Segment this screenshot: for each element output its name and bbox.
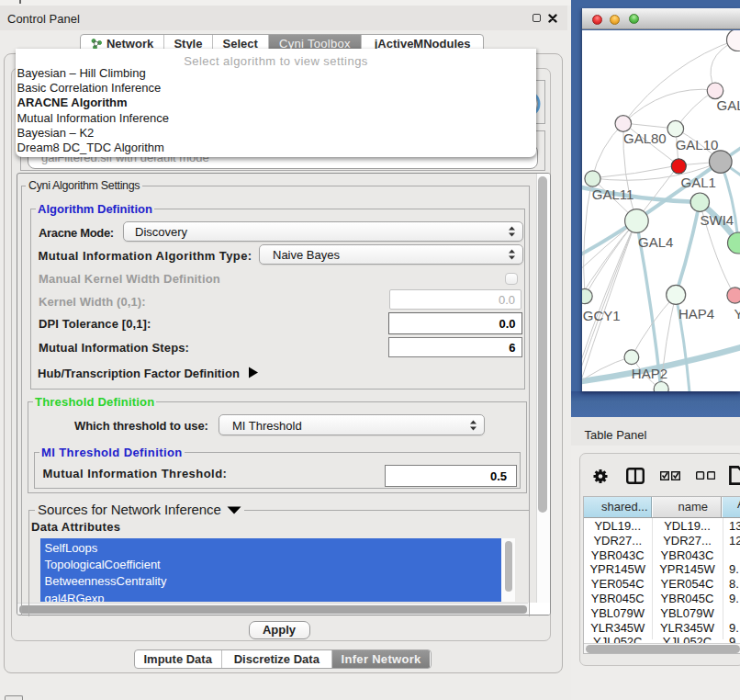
svg-text:GAL10: GAL10 [676,137,719,152]
svg-text:GCY1: GCY1 [583,307,621,322]
svg-text:HAP4: HAP4 [678,306,714,322]
svg-text:GAL7: GAL7 [717,96,740,112]
svg-text:YEL: YEL [734,306,740,322]
svg-text:GAL1: GAL1 [681,174,716,189]
svg-text:GAL80: GAL80 [623,130,667,146]
svg-text:HAP2: HAP2 [632,365,667,380]
svg-text:GAL11: GAL11 [592,186,634,202]
svg-text:SWI4: SWI4 [701,211,734,227]
svg-text:GAL4: GAL4 [638,234,673,250]
